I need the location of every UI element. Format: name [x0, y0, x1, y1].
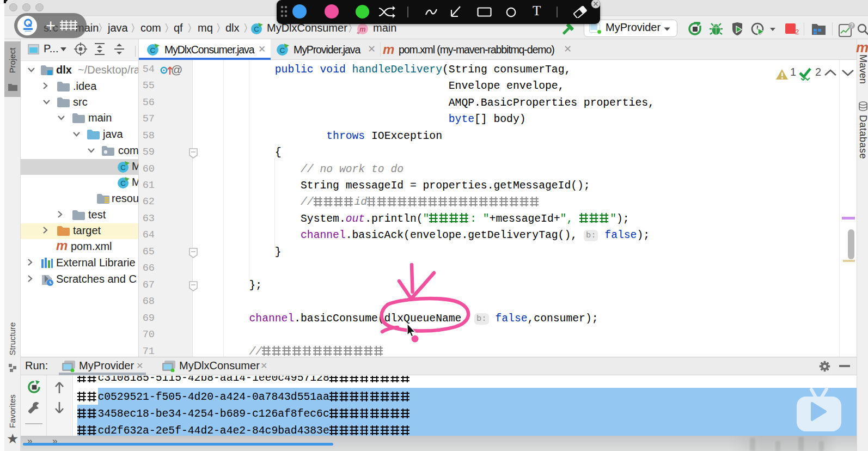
svg-text:C: C: [254, 25, 259, 33]
svg-text:C: C: [280, 46, 285, 54]
svg-text:m: m: [360, 25, 366, 33]
svg-text:C: C: [120, 163, 125, 172]
svg-text:C: C: [120, 179, 125, 187]
svg-text:C: C: [150, 46, 156, 54]
svg-text:?: ?: [850, 23, 853, 29]
